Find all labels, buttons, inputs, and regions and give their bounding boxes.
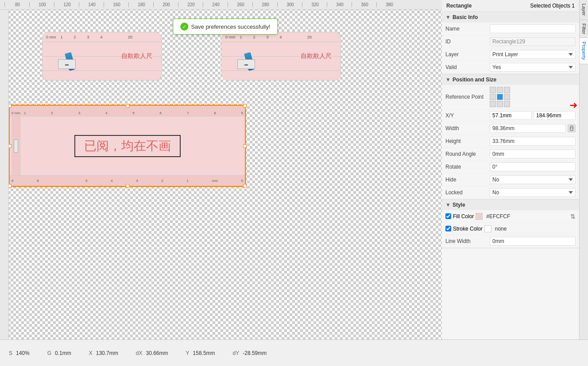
ref-dot-bl[interactable]	[490, 101, 496, 107]
hide-label: Hide	[445, 177, 490, 183]
ref-dot-ml[interactable]	[490, 94, 496, 100]
dy-label: dY	[233, 350, 240, 356]
name-value[interactable]	[490, 24, 576, 33]
id-input	[490, 37, 576, 46]
fill-color-swatch[interactable]	[476, 213, 483, 220]
round-angle-value[interactable]	[490, 150, 576, 158]
valid-row: Valid Yes No	[442, 61, 579, 74]
round-angle-input[interactable]	[490, 150, 576, 158]
handle-ml[interactable]	[9, 144, 12, 148]
hide-row: Hide No Yes	[442, 173, 579, 186]
handle-tr[interactable]	[243, 104, 247, 108]
vertical-tabs: Layer Filter Property	[579, 0, 588, 339]
status-dy-group: dY -28.59mm	[233, 350, 267, 356]
selected-rectangle[interactable]: 0 mm 123456789 6854321mm0	[9, 105, 246, 187]
fill-color-row-inner[interactable]: #EFCFCF ⇅	[476, 213, 576, 220]
height-input[interactable]	[490, 137, 576, 146]
ref-dot-mr[interactable]	[504, 94, 510, 100]
handle-bc[interactable]	[126, 184, 129, 188]
stroke-color-checkbox[interactable]	[445, 226, 451, 231]
handle-tl[interactable]	[9, 104, 12, 108]
handle-br[interactable]	[243, 184, 247, 188]
ref-dot-mc[interactable]	[497, 94, 503, 100]
xy-inputs[interactable]	[490, 111, 576, 120]
small-ruler-icon-2: ▬	[237, 59, 255, 69]
y-input[interactable]	[534, 111, 576, 120]
hide-value[interactable]: No Yes	[490, 175, 576, 184]
status-bar: S 140% G 0.1mm X 130.7mm dX 30.66mm Y 15…	[0, 339, 588, 366]
ruler-chinese-text-1: 自欺欺人尺	[121, 52, 152, 60]
ref-dot-tr[interactable]	[504, 87, 510, 93]
valid-select[interactable]: Yes No	[490, 63, 576, 72]
fill-color-hex: #EFCFCF	[486, 213, 510, 220]
height-value[interactable]	[490, 137, 576, 146]
svg-rect-0	[570, 128, 573, 131]
g-value: 0.1mm	[55, 350, 71, 356]
vtab-filter[interactable]: Filter	[580, 20, 588, 38]
ref-point-grid[interactable]	[490, 87, 576, 107]
ref-dot-br[interactable]	[504, 101, 510, 107]
handle-mr[interactable]	[243, 144, 247, 148]
canvas-content[interactable]: ✓ Save preferences successfully! 0 mm 1 …	[9, 10, 442, 339]
handle-tc[interactable]	[126, 104, 129, 108]
ref-dot-bc[interactable]	[497, 101, 503, 107]
ref-dot-tl[interactable]	[490, 87, 496, 93]
width-input[interactable]	[490, 124, 566, 133]
layer-select[interactable]: Print Layer Background Layer Layer 1	[490, 50, 576, 59]
name-row: Name	[442, 23, 579, 35]
canvas-area[interactable]: 80 100 120 140 160 180 200 220 240 260 2…	[0, 0, 442, 339]
ruler-object-1[interactable]: 0 mm 1 2 3 4 20 自欺欺人尺	[42, 32, 162, 81]
ruler-mark: 380	[376, 2, 401, 7]
layer-value[interactable]: Print Layer Background Layer Layer 1	[490, 50, 576, 59]
fill-color-checkbox[interactable]	[445, 213, 451, 219]
rotate-row: Rotate	[442, 161, 579, 173]
fill-color-value[interactable]: #EFCFCF ⇅	[476, 213, 576, 220]
fill-color-checkbox-container[interactable]: Fill Color	[445, 213, 474, 220]
vtab-layer[interactable]: Layer	[580, 0, 588, 20]
stroke-color-row-inner[interactable]: none	[484, 225, 576, 232]
line-width-value[interactable]	[490, 237, 576, 246]
layer-row: Layer Print Layer Background Layer Layer…	[442, 48, 579, 61]
stroke-color-swatch[interactable]	[484, 225, 491, 232]
rotate-value[interactable]	[490, 162, 576, 171]
ruler-object-2[interactable]: 0 mm 1 2 3 4 20 自欺欺人尺 ▬	[221, 32, 341, 81]
ref-point-grid-container[interactable]	[490, 87, 576, 107]
round-angle-label: Round Angle	[445, 151, 490, 157]
handle-bl[interactable]	[9, 184, 12, 188]
ruler-chinese-text-2: 自欺欺人尺	[301, 52, 332, 60]
layer-label: Layer	[445, 51, 490, 58]
locked-select[interactable]: No Yes	[490, 188, 576, 197]
valid-value[interactable]: Yes No	[490, 63, 576, 72]
ruler-mark: 100	[29, 2, 54, 7]
link-proportional-btn[interactable]	[568, 124, 576, 132]
fill-adjust-icon[interactable]: ⇅	[570, 213, 576, 220]
width-value[interactable]	[490, 124, 576, 133]
id-row: ID	[442, 35, 579, 48]
x-input[interactable]	[490, 111, 532, 120]
ruler-mark: 260	[228, 2, 252, 7]
style-header[interactable]: ▼ Style	[442, 200, 579, 210]
ruler-mark: 160	[104, 2, 128, 7]
locked-value[interactable]: No Yes	[490, 188, 576, 197]
ruler-mark: 240	[203, 2, 228, 7]
vtab-property[interactable]: Property	[580, 38, 588, 64]
stroke-color-row: Stroke Color none	[442, 223, 579, 235]
panel-inner: Rectangle Selected Objects 1 ▼ Basic Inf…	[442, 0, 579, 339]
basic-info-header[interactable]: ▼ Basic Info	[442, 12, 579, 23]
ruler-left	[0, 10, 9, 339]
line-width-input[interactable]	[490, 237, 576, 246]
s-value: 140%	[16, 350, 30, 356]
locked-row: Locked No Yes	[442, 186, 579, 199]
stroke-color-checkbox-container[interactable]: Stroke Color	[445, 226, 483, 232]
hide-select[interactable]: No Yes	[490, 175, 576, 184]
collapse-style-icon: ▼	[445, 202, 451, 208]
panel-header: Rectangle Selected Objects 1	[442, 0, 579, 12]
height-row: Height	[442, 135, 579, 148]
rotate-input[interactable]	[490, 162, 576, 171]
position-size-header[interactable]: ▼ Position and Size	[442, 74, 579, 85]
status-x-group: X 130.7mm	[89, 350, 118, 356]
ref-dot-tc[interactable]	[497, 87, 503, 93]
selected-chinese-text: 已阅，均在不画	[74, 135, 181, 157]
stroke-color-value[interactable]: none	[484, 225, 576, 232]
name-input[interactable]	[490, 24, 576, 33]
